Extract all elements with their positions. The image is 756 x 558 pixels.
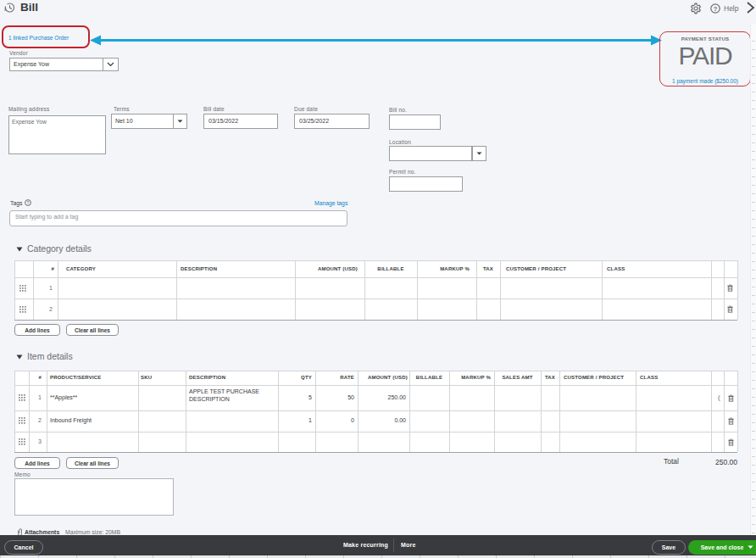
svg-text:?: ? bbox=[27, 200, 30, 205]
svg-text:?: ? bbox=[714, 5, 718, 13]
